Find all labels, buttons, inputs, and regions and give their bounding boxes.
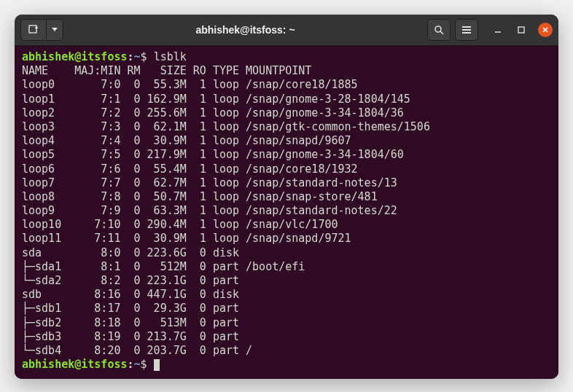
command-input: lsblk (154, 50, 187, 63)
command-output: NAME MAJ:MIN RM SIZE RO TYPE MOUNTPOINT … (22, 64, 430, 357)
prompt-path: ~ (134, 50, 141, 63)
window-title: abhishek@itsfoss: ~ (63, 24, 427, 36)
minimize-icon (494, 26, 502, 34)
cursor (154, 359, 160, 371)
prompt-colon: : (128, 358, 134, 371)
terminal-body[interactable]: abhishek@itsfoss:~$ lsblk NAME MAJ:MIN R… (15, 46, 558, 379)
prompt-userhost: abhishek@itsfoss (22, 358, 128, 371)
search-button[interactable] (427, 19, 451, 41)
svg-point-3 (435, 26, 441, 32)
search-icon (434, 25, 444, 35)
titlebar-left-group (20, 19, 63, 41)
minimize-button[interactable] (491, 23, 504, 36)
svg-line-4 (440, 31, 443, 34)
svg-rect-9 (518, 27, 524, 33)
titlebar-right-group (427, 19, 553, 41)
hamburger-icon (461, 26, 472, 34)
prompt-userhost: abhishek@itsfoss (22, 50, 128, 63)
maximize-icon (518, 26, 525, 34)
prompt-line: abhishek@itsfoss:~$ lsblk (22, 50, 187, 63)
prompt-symbol: $ (141, 358, 147, 371)
prompt-symbol: $ (141, 50, 147, 63)
svg-rect-0 (29, 26, 36, 33)
chevron-down-icon (52, 28, 58, 32)
titlebar: abhishek@itsfoss: ~ (15, 15, 558, 46)
prompt-line-2: abhishek@itsfoss:~$ (22, 358, 160, 371)
new-tab-button[interactable] (20, 19, 47, 41)
maximize-button[interactable] (515, 23, 528, 36)
close-icon (542, 26, 549, 34)
prompt-colon: : (128, 50, 134, 63)
new-tab-icon (28, 25, 39, 35)
prompt-path: ~ (134, 358, 141, 371)
new-tab-dropdown-button[interactable] (47, 19, 63, 41)
menu-button[interactable] (455, 19, 478, 41)
window-controls (491, 23, 553, 37)
terminal-window: abhishek@itsfoss: ~ (15, 15, 558, 379)
close-button[interactable] (538, 23, 553, 37)
